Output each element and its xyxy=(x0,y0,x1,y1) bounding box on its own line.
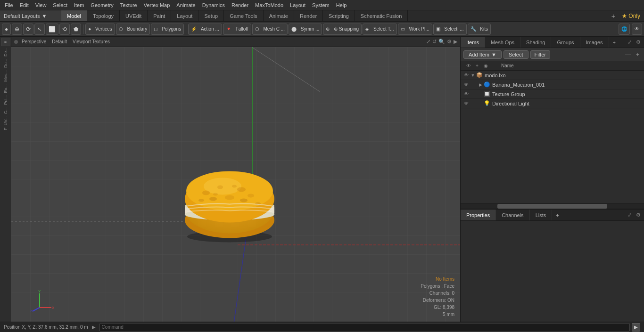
tb-rotate-btn[interactable]: ⟲ xyxy=(59,24,70,35)
viewport-icon-settings[interactable]: ⚙ xyxy=(447,39,452,45)
item-row-banana-macaron[interactable]: 👁 ▶ 🔵 Banana_Macaron_001 xyxy=(461,80,644,89)
select-button[interactable]: Select xyxy=(504,50,528,59)
menu-file[interactable]: File xyxy=(2,1,16,9)
command-execute-button[interactable]: ▶ xyxy=(632,323,640,332)
prop-tab-lists[interactable]: Lists xyxy=(530,210,553,220)
item-vis-banana[interactable]: 👁 xyxy=(462,81,470,89)
tb-action-btn[interactable]: ⚡ Action ... xyxy=(188,24,222,35)
viewport-icon-zoom[interactable]: 🔍 xyxy=(438,39,445,45)
add-item-button[interactable]: Add Item ▼ xyxy=(463,50,502,59)
layout-tab-layout[interactable]: Layout xyxy=(171,10,198,21)
layout-tab-gametools[interactable]: Game Tools xyxy=(224,10,264,21)
menu-render[interactable]: Render xyxy=(229,1,251,9)
viewport-canvas[interactable]: No Items Polygons : Face Channels: 0 Def… xyxy=(11,47,460,322)
menu-animate[interactable]: Animate xyxy=(173,1,198,9)
item-vis-texture[interactable]: 👁 xyxy=(462,90,470,98)
panel-minus-icon[interactable]: — xyxy=(623,50,633,59)
layout-tab-model[interactable]: Model xyxy=(61,10,87,21)
layout-tab-uvedit[interactable]: UVEdit xyxy=(120,10,148,21)
tb-arrow-btn[interactable]: ↖ xyxy=(34,24,45,35)
viewport-icon-more[interactable]: ▶ xyxy=(454,39,457,45)
tb-lasso-btn[interactable]: ⟳ xyxy=(23,24,33,35)
sidebar-label-mes[interactable]: Mes... xyxy=(3,69,8,83)
sidebar-label-c[interactable]: C... xyxy=(3,106,8,115)
scroll-thumb[interactable] xyxy=(497,204,607,209)
menu-item[interactable]: Item xyxy=(71,1,87,9)
tb-polygons-btn[interactable]: ◻ Polygons xyxy=(151,24,184,35)
layout-tab-topology[interactable]: Topology xyxy=(87,10,120,21)
tb-work-plane-btn[interactable]: ▭ Work Pl... xyxy=(398,24,432,35)
prop-tab-plus[interactable]: + xyxy=(552,211,562,219)
item-row-directional-light[interactable]: 👁 ▶ 💡 Directional Light xyxy=(461,99,644,108)
tb-eye-btn[interactable]: 👁 xyxy=(632,24,642,35)
tb-selection-btn[interactable]: ▣ Selecti ... xyxy=(433,24,467,35)
tab-groups[interactable]: Groups xyxy=(551,37,580,48)
panel-plus-icon[interactable]: + xyxy=(634,50,641,59)
items-horizontal-scrollbar[interactable] xyxy=(461,203,644,209)
star-only-button[interactable]: ★ Only xyxy=(620,12,642,20)
menu-layout[interactable]: Layout xyxy=(287,1,308,9)
sidebar-label-du[interactable]: Du... xyxy=(3,58,8,69)
tb-box-btn[interactable]: ⬜ xyxy=(46,24,58,35)
layout-tab-scripting[interactable]: Scripting xyxy=(323,10,355,21)
item-row-modo-lxo[interactable]: 👁 ▼ 📦 modo.lxo xyxy=(461,71,644,80)
viewport-perspective-label[interactable]: Perspective xyxy=(20,39,48,45)
tb-polygon-btn[interactable]: ⬟ xyxy=(71,24,81,35)
tb-select-t-btn[interactable]: ◈ Select T... xyxy=(363,24,397,35)
menu-edit[interactable]: Edit xyxy=(17,1,32,9)
prop-tab-properties[interactable]: Properties xyxy=(461,210,496,220)
panel-icon-expand[interactable]: ⤢ xyxy=(626,39,633,46)
panel-icon-settings[interactable]: ⚙ xyxy=(635,39,642,46)
item-arrow-texture[interactable]: ▶ xyxy=(478,90,483,98)
tb-select-btn[interactable]: ⊕ xyxy=(12,24,22,35)
layout-tab-animate[interactable]: Animate xyxy=(264,10,294,21)
item-vis-modo-lxo[interactable]: 👁 xyxy=(462,72,470,79)
filter-button[interactable]: Filter xyxy=(530,50,550,59)
viewport-textures-label[interactable]: Viewport Textures xyxy=(71,39,112,45)
command-input[interactable] xyxy=(99,323,630,332)
tb-symm-btn[interactable]: ⬤ Symm ... xyxy=(289,24,322,35)
viewport-default-label[interactable]: Default xyxy=(50,39,69,45)
tb-vertices-btn[interactable]: ● Vertices xyxy=(85,24,115,35)
tab-mesh-ops[interactable]: Mesh Ops xyxy=(485,37,520,48)
prop-settings-icon[interactable]: ⚙ xyxy=(635,211,642,219)
tb-mesh-btn[interactable]: ⬡ Mesh C ... xyxy=(252,24,288,35)
item-arrow-light[interactable]: ▶ xyxy=(478,100,483,107)
tb-globe-btn[interactable]: 🌐 xyxy=(619,24,630,35)
sidebar-label-pol[interactable]: Pol... xyxy=(3,94,8,106)
tb-dot-btn[interactable]: ● xyxy=(2,24,11,35)
prop-tab-channels[interactable]: Channels xyxy=(496,210,529,220)
tb-falloff-btn[interactable]: 🔻 Falloff xyxy=(223,24,251,35)
add-layout-tab-button[interactable]: + xyxy=(609,11,618,21)
menu-texture[interactable]: Texture xyxy=(117,1,140,9)
add-panel-tab-button[interactable]: + xyxy=(609,38,619,47)
tab-shading[interactable]: Shading xyxy=(520,37,551,48)
item-vis-light[interactable]: 👁 xyxy=(462,100,470,107)
item-row-texture-group[interactable]: 👁 ▶ 🔲 Texture Group xyxy=(461,89,644,99)
layout-tab-render[interactable]: Render xyxy=(294,10,323,21)
prop-expand-icon[interactable]: ⤢ xyxy=(626,211,633,219)
sidebar-label-en[interactable]: En... xyxy=(3,83,8,94)
tb-kits-btn[interactable]: 🔧 Kits xyxy=(468,24,491,35)
viewport-dot[interactable] xyxy=(14,40,18,44)
menu-select[interactable]: Select xyxy=(50,1,70,9)
items-list[interactable]: 👁 ▼ 📦 modo.lxo 👁 ▶ 🔵 Banana_Macaron_001 … xyxy=(461,71,644,203)
layout-tab-setup[interactable]: Setup xyxy=(198,10,224,21)
sidebar-label-f[interactable]: F xyxy=(3,127,8,131)
menu-geometry[interactable]: Geometry xyxy=(88,1,116,9)
menu-vertex-map[interactable]: Vertex Map xyxy=(141,1,173,9)
menu-view[interactable]: View xyxy=(33,1,50,9)
sidebar-btn-1[interactable]: ≡ xyxy=(1,38,10,46)
item-arrow-banana[interactable]: ▶ xyxy=(478,81,483,89)
menu-dynamics[interactable]: Dynamics xyxy=(199,1,228,9)
sidebar-label-de[interactable]: De... xyxy=(3,47,8,57)
viewport-icon-rotate[interactable]: ↺ xyxy=(432,39,437,45)
tb-snapping-btn[interactable]: ⊕ ⊕ Snapping xyxy=(323,24,362,35)
layout-tab-schematic-fusion[interactable]: Schematic Fusion xyxy=(355,10,408,21)
menu-maxtomodo[interactable]: MaxToModo xyxy=(252,1,286,9)
menu-system[interactable]: System xyxy=(309,1,332,9)
item-arrow-modo-lxo[interactable]: ▼ xyxy=(470,72,476,79)
menu-help[interactable]: Help xyxy=(333,1,350,9)
sidebar-label-uv[interactable]: UV... xyxy=(3,115,8,126)
viewport-icon-move[interactable]: ⤢ xyxy=(426,39,430,45)
